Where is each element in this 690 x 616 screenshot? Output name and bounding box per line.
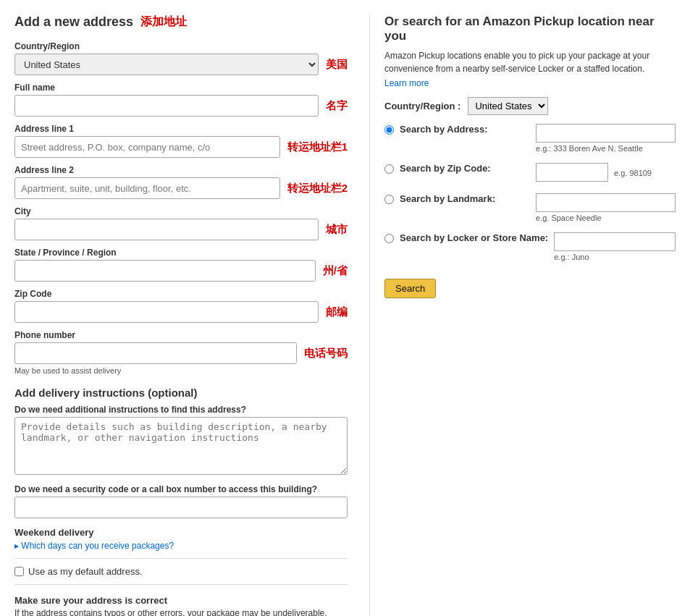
fullname-group: Full name yingxiaotao 名字 — [14, 83, 348, 117]
weekend-title: Weekend delivery — [14, 527, 348, 538]
search-locker-content: e.g.: Juno — [554, 232, 676, 261]
security-question: Do we need a security code or a call box… — [14, 484, 348, 494]
pickup-title: Or search for an Amazon Pickup location … — [384, 14, 676, 43]
address1-annotation: 转运地址栏1 — [287, 140, 348, 154]
address2-input[interactable] — [14, 177, 280, 199]
learn-more-link[interactable]: Learn more — [384, 78, 676, 88]
state-annotation: 州/省 — [323, 264, 348, 278]
address1-group: Address line 1 转运地址栏1 — [14, 124, 348, 158]
search-address-content: e.g.: 333 Boren Ave N, Seattle — [536, 124, 676, 153]
security-input[interactable]: 1234 — [14, 497, 348, 518]
search-locker-option: Search by Locker or Store Name: e.g.: Ju… — [384, 232, 676, 261]
search-address-radio[interactable] — [384, 125, 394, 135]
address1-row: 转运地址栏1 — [14, 136, 348, 158]
fullname-annotation: 名字 — [326, 99, 348, 113]
search-button[interactable]: Search — [384, 279, 436, 298]
phone-note: May be used to assist delivery — [14, 366, 348, 375]
phone-group: Phone number 电话号码 May be used to assist … — [14, 330, 348, 375]
search-landmark-radio[interactable] — [384, 195, 394, 204]
address1-input[interactable] — [14, 136, 280, 158]
state-row: 州/省 — [14, 260, 348, 282]
default-address-checkbox[interactable] — [14, 567, 24, 576]
zip-input[interactable] — [14, 301, 319, 323]
search-zip-input[interactable] — [536, 163, 608, 182]
search-zip-content: e.g. 98109 — [536, 163, 676, 183]
page-title-text: Add a new address — [14, 14, 133, 30]
city-row: 城市 — [14, 219, 348, 240]
pickup-country-select[interactable]: United States — [468, 97, 548, 115]
search-landmark-option: Search by Landmark: e.g. Space Needle — [384, 193, 676, 222]
search-landmark-label: Search by Landmark: — [400, 193, 530, 204]
divider-2 — [14, 584, 348, 585]
search-zip-radio[interactable] — [384, 164, 394, 174]
make-sure-title: Make sure your address is correct — [14, 595, 348, 606]
pickup-description: Amazon Pickup locations enable you to pi… — [384, 49, 676, 75]
city-annotation: 城市 — [326, 223, 348, 237]
pickup-country-row: Country/Region : United States — [384, 97, 676, 115]
phone-row: 电话号码 — [14, 342, 348, 364]
search-landmark-input[interactable] — [536, 193, 676, 212]
default-address-row: Use as my default address. — [14, 566, 348, 577]
country-select[interactable]: United States — [14, 54, 319, 75]
state-group: State / Province / Region 州/省 — [14, 248, 348, 282]
instructions-group: Do we need additional instructions to fi… — [14, 405, 348, 477]
search-address-input[interactable] — [536, 124, 676, 143]
phone-label: Phone number — [14, 330, 348, 340]
instructions-textarea[interactable] — [14, 417, 348, 475]
country-row: United States 美国 — [14, 54, 348, 75]
security-group: Do we need a security code or a call box… — [14, 484, 348, 518]
search-locker-hint: e.g.: Juno — [554, 253, 676, 261]
fullname-label: Full name — [14, 83, 348, 93]
address2-annotation: 转运地址栏2 — [287, 182, 348, 195]
divider-1 — [14, 558, 348, 559]
address1-label: Address line 1 — [14, 124, 348, 134]
search-locker-radio[interactable] — [384, 234, 394, 243]
search-address-option: Search by Address: e.g.: 333 Boren Ave N… — [384, 124, 676, 153]
weekend-link[interactable]: Which days can you receive packages? — [14, 541, 174, 551]
state-label: State / Province / Region — [14, 248, 348, 258]
country-annotation: 美国 — [326, 58, 348, 72]
city-input[interactable] — [14, 219, 319, 240]
search-locker-label: Search by Locker or Store Name: — [400, 232, 548, 243]
zip-label: Zip Code — [14, 289, 348, 299]
city-group: City 城市 — [14, 206, 348, 240]
zip-row: 邮编 — [14, 301, 348, 323]
zip-group: Zip Code 邮编 — [14, 289, 348, 323]
address2-label: Address line 2 — [14, 165, 348, 175]
phone-annotation: 电话号码 — [304, 347, 348, 360]
search-landmark-content: e.g. Space Needle — [536, 193, 676, 222]
page-title: Add a new address 添加地址 — [14, 14, 348, 30]
state-input[interactable] — [14, 260, 316, 282]
pickup-country-label: Country/Region : — [384, 101, 460, 111]
search-zip-row: e.g. 98109 — [536, 163, 676, 183]
page-title-annotation: 添加地址 — [140, 14, 187, 30]
delivery-instructions-title: Add delivery instructions (optional) — [14, 387, 348, 399]
country-label: Country/Region — [14, 41, 348, 51]
city-label: City — [14, 206, 348, 216]
search-address-label: Search by Address: — [400, 124, 530, 135]
country-group: Country/Region United States 美国 — [14, 41, 348, 75]
search-zip-option: Search by Zip Code: e.g. 98109 — [384, 163, 676, 183]
search-zip-label: Search by Zip Code: — [400, 163, 530, 174]
make-sure-text: If the address contains typos or other e… — [14, 608, 348, 616]
search-locker-input[interactable] — [554, 232, 676, 251]
search-zip-hint: e.g. 98109 — [614, 169, 652, 177]
fullname-input[interactable]: yingxiaotao — [14, 95, 319, 117]
address2-group: Address line 2 转运地址栏2 — [14, 165, 348, 199]
make-sure-section: Make sure your address is correct If the… — [14, 595, 348, 616]
weekend-section: Weekend delivery Which days can you rece… — [14, 527, 348, 551]
search-address-hint: e.g.: 333 Boren Ave N, Seattle — [536, 144, 676, 153]
phone-input[interactable] — [14, 342, 297, 364]
fullname-row: yingxiaotao 名字 — [14, 95, 348, 117]
instructions-question: Do we need additional instructions to fi… — [14, 405, 348, 415]
right-panel: Or search for an Amazon Pickup location … — [369, 14, 676, 616]
address2-row: 转运地址栏2 — [14, 177, 348, 199]
zip-annotation: 邮编 — [326, 305, 348, 319]
default-address-label: Use as my default address. — [28, 566, 143, 577]
left-panel: Add a new address 添加地址 Country/Region Un… — [14, 14, 348, 616]
search-landmark-hint: e.g. Space Needle — [536, 214, 676, 222]
